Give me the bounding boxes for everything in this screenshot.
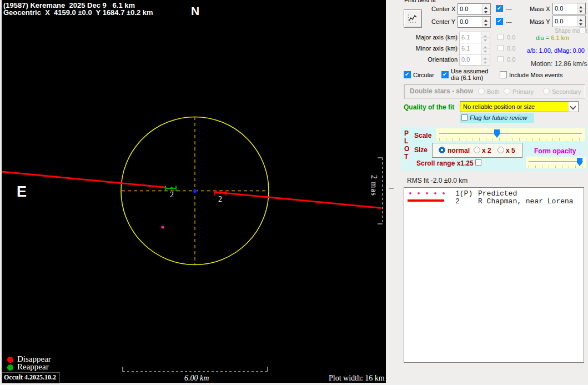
use-assumed-label-1: Use assumed	[451, 68, 488, 74]
flag-review-strip: Flag for future review	[460, 113, 534, 123]
double-stars-label: Double stars - show	[410, 87, 473, 95]
north-label: N	[191, 4, 199, 18]
center-y-spinner[interactable]	[482, 17, 490, 27]
chord-number-right: 2	[218, 195, 222, 204]
mass-y-input[interactable]: 0.0	[552, 16, 586, 27]
orientation-error: 0.0	[507, 56, 515, 63]
double-stars-secondary-label: Secondary	[552, 88, 581, 95]
scroll-range-label: Scroll range x1.25	[416, 159, 474, 167]
major-axis-error: 0.0	[507, 34, 515, 41]
mas-scale-bracket	[378, 158, 383, 224]
reappear-dot-icon	[7, 364, 13, 371]
double-stars-primary-radio[interactable]	[504, 88, 510, 94]
form-opacity-slider-thumb[interactable]	[577, 158, 582, 166]
chevron-down-icon[interactable]	[568, 102, 578, 112]
size-x2-radio[interactable]	[474, 147, 480, 153]
flag-review-label: Flag for future review	[470, 114, 527, 121]
plot-title-line2: Geocentric X 4159.0 ±0.0 Y 1684.7 ±0.2 k…	[3, 8, 153, 17]
center-point	[193, 189, 197, 193]
double-stars-secondary-radio[interactable]	[543, 88, 550, 94]
chart-icon	[407, 13, 418, 24]
plot-controls-panel: P L O T Scale Size normal x 2 x 5 Form o…	[401, 127, 587, 171]
splitter[interactable]	[386, 0, 395, 383]
form-opacity-slider[interactable]	[526, 157, 586, 168]
motion-info: Motion: 12.86 km/s	[531, 60, 587, 68]
mas-scale-label: 2 mas	[369, 175, 378, 209]
center-x-label: Center X	[431, 6, 455, 12]
rms-fit-label: RMS fit -2.0 ±0.0 km	[407, 177, 468, 184]
double-stars-both-radio[interactable]	[478, 88, 485, 94]
size-label: Size	[414, 146, 428, 154]
scroll-range-checkbox[interactable]	[475, 159, 481, 166]
plot-width-label: Plot width: 16 km	[329, 374, 385, 383]
double-stars-both-label: Both	[487, 88, 500, 95]
quality-dropdown[interactable]: No reliable position or size	[460, 101, 579, 112]
chord-line-sample	[408, 199, 444, 202]
orientation-spinner[interactable]	[481, 54, 490, 65]
double-stars-primary-label: Primary	[512, 88, 534, 95]
occultation-plot[interactable]: (19587) Keremane 2025 Dec 9 6.1 km Geoce…	[2, 0, 386, 383]
mass-x-input[interactable]: 0.0	[552, 3, 586, 14]
mass-y-spinner[interactable]	[577, 16, 585, 27]
center-y-dash: ---	[506, 18, 512, 25]
center-x-dash: ---	[506, 6, 512, 12]
reappear-legend-label: Reappear	[17, 362, 49, 372]
minor-axis-checkbox[interactable]	[497, 45, 504, 51]
double-stars-group: Double stars - show Both Primary Seconda…	[404, 84, 585, 99]
diameter-info: dia = 6.1 km	[536, 34, 569, 41]
use-assumed-dia-checkbox[interactable]	[441, 71, 449, 78]
size-normal-radio[interactable]	[439, 147, 445, 153]
plot-letter-o: O	[404, 145, 409, 153]
ab-dmag-info: a/b: 1.00, dMag: 0.00	[527, 47, 585, 54]
list-item[interactable]: 2 R Chapman, near Lorena	[404, 196, 584, 203]
orientation-checkbox[interactable]	[497, 56, 504, 62]
quality-label: Quality of the fit	[404, 103, 454, 111]
list-item[interactable]: 1(P) Predicted	[404, 188, 584, 196]
center-x-checkbox[interactable]	[496, 5, 503, 12]
version-label: Occult 4.2025.10.2	[4, 373, 56, 382]
center-x-input[interactable]: 0.0	[458, 3, 491, 15]
circular-label: Circular	[413, 72, 434, 78]
mass-x-spinner[interactable]	[577, 3, 585, 14]
splitter-grip[interactable]	[389, 188, 394, 189]
major-axis-checkbox[interactable]	[497, 34, 504, 40]
size-x5-radio[interactable]	[497, 147, 504, 153]
plot-letter-p: P	[404, 129, 409, 137]
center-y-input[interactable]: 0.0	[458, 16, 491, 28]
plot-letter-t: T	[404, 153, 408, 161]
chord-legend-list[interactable]: 1(P) Predicted 2 R Chapman, near Lorena	[404, 187, 584, 363]
scale-slider[interactable]	[436, 128, 585, 141]
orientation-input[interactable]: 0.0	[459, 54, 490, 66]
shape-model-checkbox[interactable]	[580, 27, 586, 33]
scale-bar-bracket	[123, 367, 268, 372]
center-y-checkbox[interactable]	[496, 18, 503, 25]
center-y-label: Center Y	[431, 18, 455, 25]
minor-axis-spinner[interactable]	[481, 43, 490, 54]
mass-y-label: Mass Y	[530, 18, 550, 25]
chord-line-right	[215, 192, 381, 208]
disappear-dot-icon	[7, 357, 13, 363]
include-miss-checkbox[interactable]	[500, 71, 507, 78]
minor-axis-error: 0.0	[507, 45, 515, 52]
minor-axis-input[interactable]: 6.1	[459, 43, 490, 54]
chord-number-left: 2	[170, 191, 174, 199]
plot-letter-l: L	[404, 137, 408, 145]
version-box: Occult 4.2025.10.2	[2, 372, 60, 383]
form-opacity-label: Form opacity	[534, 147, 576, 155]
predicted-line-sample	[408, 191, 447, 196]
major-axis-input[interactable]: 6.1	[459, 32, 490, 43]
include-miss-label: Include Miss events	[509, 72, 563, 78]
use-assumed-label-2: dia (6.1 km)	[451, 74, 483, 81]
scale-label: Scale	[414, 132, 431, 139]
major-axis-spinner[interactable]	[481, 32, 490, 43]
circular-checkbox[interactable]	[404, 71, 411, 78]
flag-review-checkbox[interactable]	[461, 114, 468, 121]
occult-window: (19587) Keremane 2025 Dec 9 6.1 km Geoce…	[0, 0, 588, 385]
scale-slider-thumb[interactable]	[494, 129, 500, 138]
find-best-fit-label: Find best fit	[404, 0, 436, 3]
find-best-fit-button[interactable]	[404, 9, 422, 28]
predicted-dot	[161, 226, 164, 228]
center-x-spinner[interactable]	[482, 4, 490, 14]
orientation-label: Orientation	[412, 56, 458, 63]
size-x5-label: x 5	[506, 147, 515, 154]
